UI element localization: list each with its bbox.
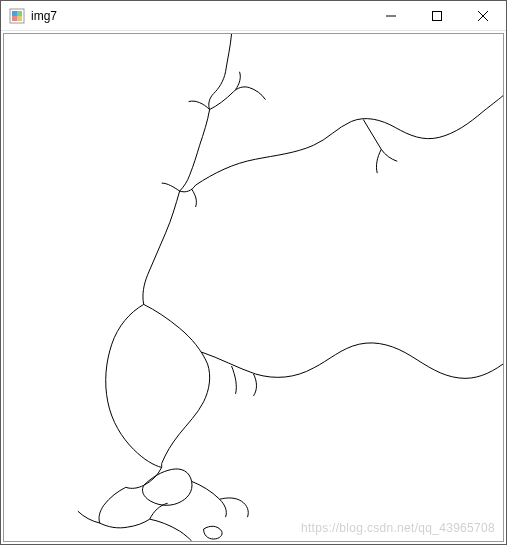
titlebar-left: img7 [1,8,368,24]
maximize-icon [432,11,442,21]
window-controls [368,1,506,30]
image-viewport: https://blog.csdn.net/qq_43965708 [3,33,504,542]
svg-rect-1 [12,11,17,16]
app-icon [9,8,25,24]
svg-rect-3 [12,16,17,21]
svg-rect-6 [433,12,442,21]
close-button[interactable] [460,1,506,31]
titlebar[interactable]: img7 [1,1,506,31]
minimize-button[interactable] [368,1,414,31]
close-icon [478,11,488,21]
window-title: img7 [31,9,57,23]
edge-image [4,34,503,541]
window-frame: img7 [0,0,507,545]
svg-rect-2 [17,11,22,16]
svg-rect-4 [17,16,22,21]
minimize-icon [386,11,396,21]
maximize-button[interactable] [414,1,460,31]
